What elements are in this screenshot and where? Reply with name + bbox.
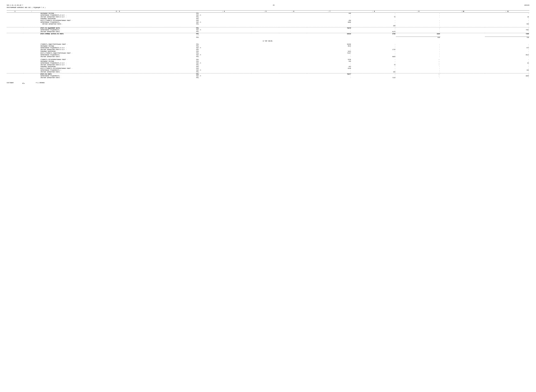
- table-row: ИТОГО ПО СМЕТЕ РУБ. 79477 - -- -: [7, 73, 529, 75]
- col-header-2: :: [23, 10, 40, 13]
- table-row: ----: [7, 35, 529, 37]
- table-row: НАКЛАДНЫЕ РАСХОДЫ - РУБ. 446 - - -: [7, 13, 529, 14]
- table-row: СМЕТНАЯ ЗАРАБОТНАЯ ПЛАТА - РУБ. - 335 - …: [7, 71, 529, 73]
- signature-mark: e₈: [22, 82, 25, 84]
- table-row: НАКЛАДНЫЕ РАСХОДЫ - РУБ. 9618 - - -: [7, 45, 529, 47]
- table-row: НОРМАТИВНАЯ ТРУДОЕМКОСТЬ - ЧЕЛ.-Ч 6090 -…: [7, 21, 529, 23]
- footer-section: СОСТАВИЛ e₈ Р.Е.ЛЯЛИНА: [7, 82, 529, 84]
- doc-number: 503-1-81.13.90.АЛ 7: [7, 5, 23, 6]
- spacer-row: [7, 58, 529, 59]
- table-row: НОРМАТИВНАЯ ТРУДОЕМКОСТЬ + ЧЕЛ.-Ч - - - …: [7, 69, 529, 71]
- spacer-row: [7, 38, 529, 40]
- right-code: 105420: [524, 5, 529, 6]
- table-row: · СМЕТНАЯ ЗАРАБОТНАЯ ПЛАТА - РУБ. - - - …: [7, 23, 529, 25]
- table-row: НОРМАТИВНАЯ ТРУДОЕМКОСТЬ - ЧЕЛ.-Ч - - - …: [7, 29, 529, 31]
- footer-label: СОСТАВИЛ: [7, 82, 14, 84]
- spacer-row: [7, 42, 529, 43]
- table-row: НАКЛАДНЫЕ РАСХОДЫ - РУБ. 449 - -- -: [7, 61, 529, 62]
- table-row: СМЕТНАЯ ЗАРАБОТНАЯ ПЛАТА В Н,Р. - РУБ. -…: [7, 16, 529, 18]
- table-row: ИТОГО ПРЯМЫЕ ЗАТРАТЫ ПО СМЕТЕ РУБ. 63534…: [7, 33, 529, 35]
- table-row: СМЕТНАЯ ЗАРАБОТНАЯ ПЛАТА - РУБ. - 7218 -…: [7, 77, 529, 79]
- section-label-row: В ТОМ ЧИСЛЕ:: [7, 40, 529, 42]
- table-row: - 330 - -: [7, 25, 529, 27]
- table-row: РУБ. 649 739: [7, 37, 529, 38]
- col-header-8: : 8: [351, 10, 396, 13]
- col-header-5: : 5: [251, 10, 279, 13]
- table-row: СТОИМОСТЬ ОБЩЕСТРОИТЕЛЬНЫХ РАБОТ - РУБ. …: [7, 43, 529, 45]
- col-header-10: : 10: [440, 10, 485, 13]
- page-header: 503-1-81.13.90.АЛ 7 29 105420 ПРОГРАММНЫ…: [7, 5, 529, 8]
- table-row: НОРМАТИВНАЯ ТРУДОЕМКОСТЬ В Н,Р. - ЧЕЛ.-Ч…: [7, 14, 529, 16]
- col-header-1: 1: [7, 10, 23, 13]
- col-header-11: : 11: [485, 10, 529, 13]
- col-header-9: : 9: [396, 10, 440, 13]
- table-row: ВСЕГО,СТОИМОСТЬ МЕТАЛЛОМОНТАЖНЫХ РАБОТ -…: [7, 68, 529, 69]
- program-info: ПРОГРАММНЫЙ КОМПЛЕКС АВС-3ЕС ( РЕДАКЦИЯ …: [7, 7, 46, 8]
- col-header-7: : 7: [307, 10, 352, 13]
- table-row: НОРМАТИВНАЯ ТРУДОЕМКОСТЬ - ЧЕЛ.-Ч - - --…: [7, 75, 529, 77]
- table-row: НОРМАТИВНАЯ ТРУДОЕМКОСТЬ В Н,Р. - ЧЕЛ.-Ч…: [7, 62, 529, 64]
- table-header-row: 1 : 2 : 3 : 4 : 5 : 6 : 7 : 8 : 9 : 10 :…: [7, 10, 529, 13]
- table-row: СМЕТНАЯ ЗАРАБОТНАЯ ПЛАТА В Н,Р. - РУБ. -…: [7, 64, 529, 66]
- table-row: СТОИМОСТЬ МЕТАЛЛОМОНТАЖНЫХ РАБОТ - РУБ. …: [7, 59, 529, 61]
- table-row: ИТОГО ПО НАДЗЕМНОЙ ЧАСТИ: РУБ. 70279 - -…: [7, 27, 529, 29]
- table-row: СМЕТНАЯ ЗАРАБОТНАЯ ПЛАТА - РУБ. - 6176 -…: [7, 31, 529, 33]
- table-row: ПЛАНОВЫЕ НАКОПЛЕНИЯ - РУБ. 5423 - - -: [7, 51, 529, 52]
- table-row: ПЛАНОВЫЕ НАКОПЛЕНИЯ - РУБ. -: [7, 18, 529, 20]
- author-name: Р.Е.ЛЯЛИНА: [36, 82, 44, 84]
- main-table: 1 : 2 : 3 : 4 : 5 : 6 : 7 : 8 : 9 : 10 :…: [7, 10, 529, 79]
- page-number: 29: [23, 5, 524, 6]
- table-row: НОРМАТИВНАЯ ТРУДОЕМКОСТЬ В Н,Р. - ЧЕЛ.-Ч…: [7, 47, 529, 49]
- table-row: СМЕТНАЯ ЗАРАБОТНАЯ ПЛАТА - РУБ. - 6883 -…: [7, 56, 529, 58]
- table-row: ВСЕГО,СТОИМОСТЬ ОБЩЕСТРОИТЕЛЬНЫХ РАБОТ -…: [7, 52, 529, 54]
- table-row: ПЛАНОВЫЕ НАКОПЛЕНИЯ - РУБ. 453 - - -: [7, 66, 529, 68]
- col-header-6: : 6: [279, 10, 307, 13]
- col-header-4: : 4: [196, 10, 251, 13]
- table-row: СМЕТНАЯ ЗАРАБОТНАЯ ПЛАТА В Н,Р. - РУБ. -…: [7, 49, 529, 51]
- table-row: ВСЕГО,СТОИМОСТЬ МЕТАЛЛОМОНТАЖНЫХ РАБОТ -…: [7, 20, 529, 21]
- col-header-3: 2 : 3: [40, 10, 196, 13]
- table-row: НОРМАТИВНАЯ ТРУДОЕМКОСТЬ - ЧЕЛ.-Ч - - - …: [7, 54, 529, 56]
